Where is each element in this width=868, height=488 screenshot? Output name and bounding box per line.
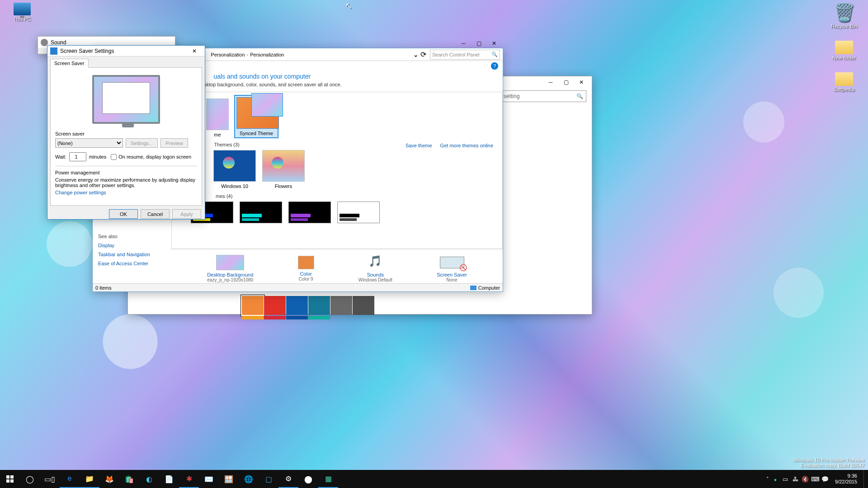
ok-button[interactable]: OK (109, 209, 138, 219)
network-icon[interactable]: 🖧 (792, 475, 799, 483)
task-view-button[interactable]: ▭▯ (40, 470, 60, 488)
tray-icon[interactable]: ▭ (782, 475, 789, 483)
taskbar-clock[interactable]: 9:36 9/22/2015 (831, 473, 861, 485)
taskbar-app-4[interactable]: ▢ (259, 470, 278, 488)
link-sounds[interactable]: 🎵 Sounds Windows Default (359, 255, 392, 282)
refresh-icon[interactable]: ⟳ (420, 50, 426, 59)
color-swatch[interactable] (242, 296, 264, 315)
color-swatch[interactable] (286, 296, 308, 315)
theme-high-contrast-2[interactable] (240, 202, 282, 223)
show-desktop-button[interactable] (863, 470, 866, 488)
link-desktop-background[interactable]: Desktop Background eazy_p_np-868x488 (207, 255, 253, 282)
taskbar-settings[interactable]: ⚙ (278, 470, 298, 488)
screensaver-select[interactable]: (None) (55, 138, 123, 148)
link-more-themes[interactable]: Get more themes online (440, 143, 493, 148)
desktop-icon-softpedia[interactable]: Softpedia (827, 72, 861, 92)
chevron-down-icon[interactable]: ⌄ (413, 50, 417, 59)
taskbar-app-5[interactable]: ⬤ (298, 470, 318, 488)
taskbar-app-2[interactable]: ✱ (179, 470, 199, 488)
maximize-button[interactable]: ▢ (471, 40, 486, 49)
folder-icon (835, 72, 853, 86)
taskbar-edge[interactable]: e (60, 470, 80, 488)
cancel-button[interactable]: Cancel (141, 209, 170, 219)
search-icon: 🔍 (576, 93, 583, 99)
taskbar-firefox[interactable]: 🦊 (99, 470, 119, 488)
on-resume-label: On resume, display logon screen (118, 154, 191, 160)
folder-icon (835, 41, 853, 54)
windows-watermark: Windows 10 Pro Insider Preview Evaluatio… (793, 457, 864, 468)
color-swatch[interactable] (286, 316, 308, 319)
section-high-contrast: High Contrast Themes (4) (175, 193, 499, 199)
screensaver-icon (438, 255, 466, 270)
maximize-button[interactable]: ▢ (558, 76, 574, 88)
cortana-button[interactable]: ◯ (20, 470, 40, 488)
theme-flowers[interactable]: Flowers (262, 150, 305, 189)
on-resume-checkbox[interactable] (111, 154, 117, 160)
recycle-bin-icon: 🗑️ (834, 3, 854, 23)
keyboard-icon[interactable]: ⌨ (811, 475, 819, 483)
personalization-icon (50, 47, 57, 55)
settings-search-input[interactable]: setting 🔍 (500, 90, 586, 102)
taskbar-app-3[interactable]: 🪟 (219, 470, 239, 488)
accent-color-grid (242, 296, 374, 315)
theme-synced[interactable]: Synced Theme (235, 96, 278, 137)
power-management-text: Conserve energy or maximize performance … (55, 177, 197, 188)
wait-label: Wait: (55, 154, 66, 160)
color-swatch[interactable] (308, 316, 330, 319)
svg-rect-1 (10, 475, 14, 479)
dialog-screen-saver-settings[interactable]: Screen Saver Settings ✕ Screen Saver Scr… (47, 45, 205, 220)
taskbar-chrome[interactable]: 🌐 (239, 470, 259, 488)
theme-unsaved[interactable]: me (206, 99, 229, 137)
help-icon[interactable]: ? (491, 62, 498, 70)
color-swatch[interactable] (330, 296, 352, 315)
link-change-power-settings[interactable]: Change power settings (55, 190, 106, 195)
close-button[interactable]: ✕ (486, 40, 502, 49)
theme-high-contrast-white[interactable] (337, 202, 380, 223)
link-save-theme[interactable]: Save theme (406, 143, 432, 148)
search-icon: 🔍 (491, 52, 498, 57)
link-color[interactable]: Color Color 9 (298, 256, 314, 282)
page-subheading: Change the desktop background, color, so… (171, 82, 503, 87)
action-center-icon[interactable]: 💬 (821, 475, 829, 483)
color-swatch[interactable] (242, 316, 264, 319)
volume-icon[interactable]: 🔇 (802, 475, 809, 483)
color-swatch[interactable] (264, 316, 286, 319)
minimize-button[interactable]: ─ (543, 76, 558, 88)
sidebar-link-display[interactable]: Display (98, 243, 164, 248)
close-button[interactable]: ✕ (187, 45, 202, 56)
taskbar-store[interactable]: 🛍️ (119, 470, 139, 488)
color-swatch[interactable] (353, 296, 374, 315)
taskbar-app-1[interactable]: ◐ (139, 470, 159, 488)
taskbar-control-panel[interactable]: ▦ (318, 470, 338, 488)
apply-button: Apply (172, 209, 201, 219)
taskbar-file-explorer[interactable]: 📁 (80, 470, 99, 488)
taskbar-mail[interactable]: ✉️ (199, 470, 219, 488)
sound-icon: 🎵 (361, 255, 389, 270)
desktop-icon-new-folder[interactable]: New folder (827, 41, 861, 61)
tray-icon[interactable]: ⬥ (772, 475, 779, 483)
close-button[interactable]: ✕ (574, 76, 589, 88)
preview-button: Preview (160, 138, 188, 148)
tab-screen-saver[interactable]: Screen Saver (50, 59, 89, 68)
taskbar[interactable]: ◯ ▭▯ e 📁 🦊 🛍️ ◐ 📄 ✱ ✉️ 🪟 🌐 ▢ ⚙ ⬤ ▦ ˄ ⬥ ▭… (0, 470, 868, 488)
power-management-label: Power management (55, 170, 197, 175)
settings-button: Settings... (126, 138, 158, 148)
minimize-button[interactable]: ─ (456, 40, 471, 49)
wait-minutes-input[interactable] (69, 152, 86, 161)
desktop-icon-label: New folder (827, 55, 861, 61)
desktop-icon-this-pc[interactable]: This PC (5, 3, 39, 22)
theme-high-contrast-black[interactable] (288, 202, 331, 223)
desktop-icon-recycle-bin[interactable]: 🗑️ Recycle Bin (827, 3, 861, 29)
svg-rect-3 (10, 479, 14, 483)
start-button[interactable] (0, 470, 20, 488)
system-tray[interactable]: ˄ ⬥ ▭ 🖧 🔇 ⌨ 💬 9:36 9/22/2015 (764, 470, 868, 488)
sidebar-link-ease[interactable]: Ease of Access Center (98, 261, 164, 266)
theme-windows10[interactable]: Windows 10 (213, 150, 256, 189)
color-swatch[interactable] (308, 296, 330, 315)
control-panel-search-input[interactable]: Search Control Panel 🔍 (430, 50, 500, 60)
color-swatch[interactable] (264, 296, 286, 315)
link-screen-saver[interactable]: Screen Saver None (437, 255, 467, 282)
taskbar-app-word[interactable]: 📄 (159, 470, 179, 488)
tray-overflow-icon[interactable]: ˄ (766, 476, 769, 482)
sidebar-link-taskbar[interactable]: Taskbar and Navigation (98, 252, 164, 257)
